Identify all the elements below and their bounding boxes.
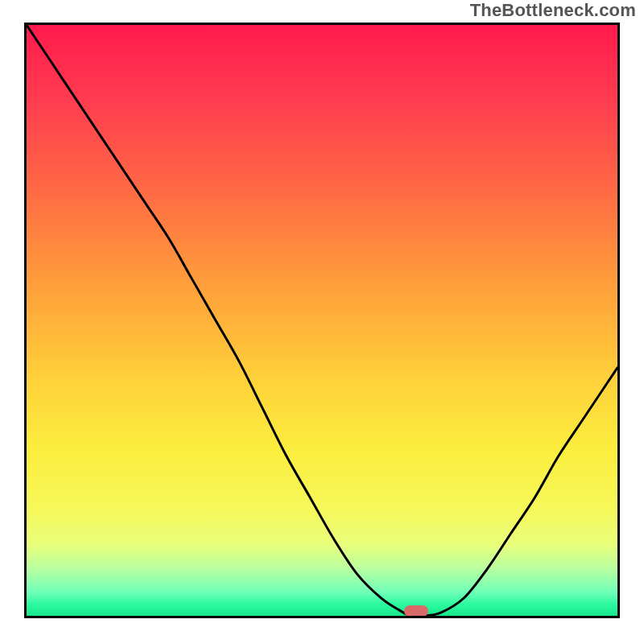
minimum-marker (404, 605, 428, 617)
chart-plot-area (24, 23, 620, 618)
bottleneck-curve (27, 25, 617, 616)
curve-layer (27, 25, 617, 616)
watermark-text: TheBottleneck.com (470, 0, 636, 21)
